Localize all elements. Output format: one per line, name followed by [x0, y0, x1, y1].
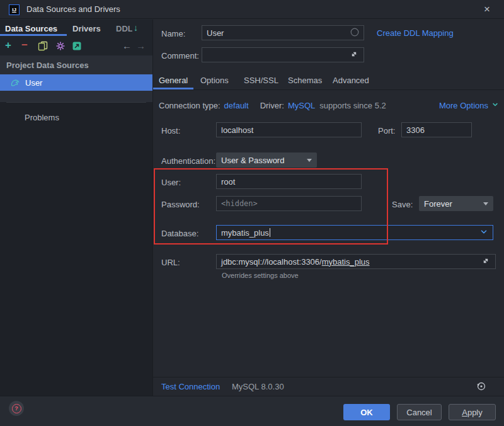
password-input[interactable]: <hidden> — [216, 196, 362, 211]
tab-drivers[interactable]: Drivers — [72, 24, 101, 33]
create-ddl-mapping-link[interactable]: Create DDL Mapping — [377, 28, 454, 38]
mysql-dolphin-icon — [10, 78, 20, 88]
user-label: User: — [161, 178, 181, 187]
tab-options[interactable]: Options — [200, 76, 229, 85]
remove-icon[interactable]: − — [21, 39, 28, 52]
user-input[interactable]: root — [216, 174, 362, 189]
password-label: Password: — [161, 200, 200, 209]
authentication-value: User & Password — [221, 156, 284, 165]
tab-ddl[interactable]: DDL — [116, 24, 132, 33]
expand-icon[interactable] — [481, 256, 491, 268]
url-database-segment: mybatis_plus — [322, 257, 370, 267]
dropdown-triangle-icon — [307, 159, 312, 162]
save-dropdown[interactable]: Forever — [419, 196, 493, 211]
save-value: Forever — [424, 199, 452, 209]
user-value: root — [221, 177, 235, 187]
tab-schemas[interactable]: Schemas — [288, 76, 322, 85]
database-value: mybatis_plus — [221, 228, 269, 238]
host-value: localhost — [221, 125, 253, 135]
cancel-button[interactable]: Cancel — [397, 404, 442, 420]
data-sources-dialog: IJ Data Sources and Drivers × Data Sourc… — [0, 0, 504, 426]
back-arrow-icon[interactable]: ← — [122, 40, 132, 51]
duplicate-icon[interactable] — [38, 41, 48, 53]
expand-icon[interactable] — [349, 49, 359, 61]
authentication-label: Authentication: — [161, 156, 215, 166]
tab-advanced[interactable]: Advanced — [333, 76, 369, 85]
port-label: Port: — [378, 126, 395, 135]
host-label: Host: — [161, 126, 180, 135]
database-label: Database: — [161, 229, 198, 238]
driver-link[interactable]: MySQL — [288, 101, 315, 110]
tab-strip-divider — [153, 89, 504, 90]
forward-arrow-icon[interactable]: → — [136, 40, 146, 51]
port-value: 3306 — [406, 125, 425, 135]
tab-ssh-ssl[interactable]: SSH/SSL — [244, 76, 278, 85]
comment-label: Comment: — [161, 51, 199, 60]
name-label: Name: — [161, 29, 185, 38]
apply-mnemonic: A — [462, 408, 467, 417]
chevron-down-icon[interactable] — [479, 227, 488, 238]
import-ddl-file-icon[interactable] — [72, 41, 82, 53]
project-tree-panel: Project Data Sources User — [0, 55, 152, 102]
tree-item-label: User — [25, 78, 42, 88]
apply-rest: pply — [467, 408, 483, 417]
chevron-down-icon[interactable] — [491, 101, 499, 110]
connection-type-row: Connection type: default Driver: MySQL s… — [159, 101, 499, 110]
panel-vertical-divider — [152, 20, 153, 396]
help-icon[interactable]: ? — [9, 401, 24, 416]
loader-circle-icon — [350, 28, 359, 38]
window-title: Data Sources and Drivers — [26, 4, 120, 14]
title-bar: IJ Data Sources and Drivers × — [0, 0, 504, 19]
connection-type-label: Connection type: — [159, 101, 220, 110]
password-value: <hidden> — [221, 199, 258, 208]
save-label: Save: — [392, 200, 413, 209]
dropdown-triangle-icon — [483, 202, 488, 205]
close-icon[interactable]: × — [484, 3, 490, 16]
database-input[interactable]: mybatis_plus — [216, 225, 493, 240]
logo-text: IJ — [12, 7, 16, 13]
tab-data-sources[interactable]: Data Sources — [5, 24, 57, 33]
host-input[interactable]: localhost — [216, 122, 362, 137]
url-note: Overrides settings above — [222, 272, 299, 279]
driver-label: Driver: — [260, 101, 284, 110]
tree-item-user[interactable]: User — [0, 74, 152, 91]
url-label: URL: — [161, 258, 180, 267]
url-prefix: jdbc:mysql://localhost:3306/ — [221, 257, 322, 267]
download-arrow-icon[interactable]: ↓ — [134, 23, 138, 33]
problems-label[interactable]: Problems — [25, 113, 59, 122]
name-input[interactable]: User — [202, 25, 364, 40]
add-icon[interactable]: + — [5, 39, 11, 52]
authentication-dropdown[interactable]: User & Password — [216, 153, 317, 168]
url-input[interactable]: jdbc:mysql://localhost:3306/mybatis_plus — [216, 254, 496, 269]
more-options-link[interactable]: More Options — [439, 101, 488, 110]
footer-divider — [153, 377, 504, 377]
restore-defaults-icon[interactable] — [476, 381, 486, 393]
intellij-logo-icon: IJ — [9, 4, 20, 15]
ok-button[interactable]: OK — [343, 404, 390, 420]
panel-divider — [6, 102, 146, 103]
tab-general[interactable]: General — [159, 76, 188, 85]
tree-header: Project Data Sources — [6, 60, 89, 70]
test-connection-link[interactable]: Test Connection — [161, 382, 220, 391]
problems-panel: Problems — [0, 102, 152, 396]
port-input[interactable]: 3306 — [401, 122, 472, 137]
comment-input[interactable] — [202, 47, 364, 62]
help-glyph: ? — [14, 405, 18, 412]
name-value: User — [207, 28, 224, 38]
server-version: MySQL 8.0.30 — [232, 382, 284, 391]
settings-gear-icon[interactable] — [55, 41, 66, 53]
connection-type-link[interactable]: default — [224, 101, 249, 110]
driver-note: supports since 5.2 — [319, 101, 386, 110]
apply-button[interactable]: Apply — [449, 404, 496, 420]
active-tab-underline — [0, 34, 67, 36]
text-caret — [270, 228, 270, 237]
